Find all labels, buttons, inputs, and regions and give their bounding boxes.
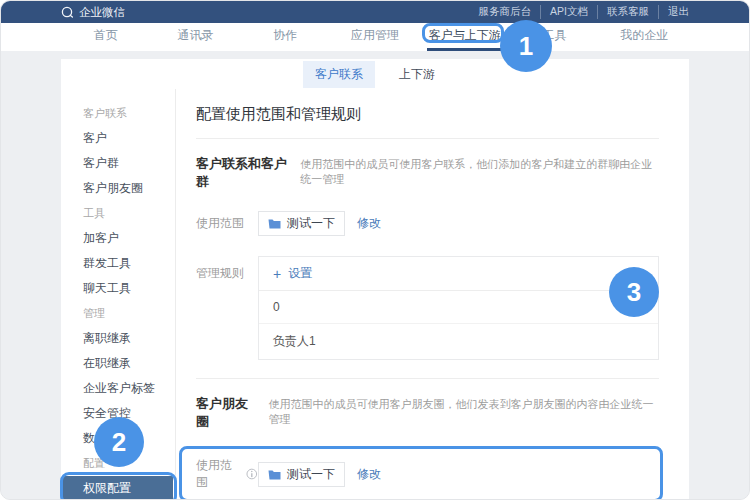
enterprise-wechat-admin-page: 企业微信 服务商后台 API文档 联系客服 退出 首页 通讯录 协作 应用管理 … [0,0,750,500]
folder-icon [268,218,281,229]
rule-row[interactable]: 负责人1 [259,324,658,359]
sidebar-group-tools: 工具 [61,201,175,226]
sidebar-item-resignation-inheritance[interactable]: 离职继承 [61,326,175,351]
nav-tab-my-enterprise[interactable]: 我的企业 [599,23,689,51]
topbar-links: 服务商后台 API文档 联系客服 退出 [479,5,689,19]
nav-tab-label: 我的企业 [617,23,671,51]
rule-row-value: 0 [273,300,280,314]
nav-tab-app-management[interactable]: 应用管理 [330,23,420,51]
subtab-bar: 客户联系 上下游 [61,59,689,89]
nav-tab-contacts[interactable]: 通讯录 [151,23,241,51]
nav-tab-label: 应用管理 [348,23,402,51]
scope-label: 使用范围 [196,215,258,232]
nav-tab-collaboration[interactable]: 协作 [240,23,330,51]
content-card: 客户联系 上下游 客户联系 客户 客户群 客户朋友圈 工具 加客户 群发工具 聊… [61,59,689,499]
scope-row-highlighted: 使用范围 测试一下 [196,457,659,491]
modify-link[interactable]: 修改 [357,466,381,483]
scope-department-tag[interactable]: 测试一下 [258,211,345,236]
info-icon[interactable] [246,468,258,480]
nav-tab-label: 客户与上下游 [426,23,504,51]
toplink-logout[interactable]: 退出 [658,5,689,19]
topbar: 企业微信 服务商后台 API文档 联系客服 退出 [1,1,749,23]
app-title: 企业微信 [79,5,125,20]
sidebar-item-label: 权限配置 [83,481,131,495]
modify-link[interactable]: 修改 [357,215,381,232]
sidebar-item-customer[interactable]: 客户 [61,126,175,151]
sidebar-item-group-message-tool[interactable]: 群发工具 [61,251,175,276]
sidebar-item-permission-config[interactable]: 权限配置 [63,476,173,500]
rule-row[interactable]: 0 [259,291,658,324]
subtab-upstream-downstream[interactable]: 上下游 [387,61,447,88]
sidebar-item-customer-moments[interactable]: 客户朋友圈 [61,176,175,201]
add-rule-label: 设置 [288,265,312,282]
toplink-api-docs[interactable]: API文档 [540,5,588,19]
rule-row-value: 负责人1 [273,333,316,350]
folder-icon [268,469,281,480]
sidebar-group-management: 管理 [61,301,175,326]
scope-tag-label: 测试一下 [287,466,335,483]
section-customer-moments: 客户朋友圈 使用范围中的成员可使用客户朋友圈，他们发表到客户朋友圈的内容由企业统… [196,395,659,500]
subtab-customer-contact[interactable]: 客户联系 [303,61,375,88]
main-nav: 首页 通讯录 协作 应用管理 客户与上下游 工具 我的企业 [1,23,749,51]
toplink-contact-support[interactable]: 联系客服 [597,5,649,19]
nav-tab-label: 协作 [270,23,300,51]
section-divider [196,378,659,379]
scope-tag-label: 测试一下 [287,215,335,232]
rules-box: + 设置 0 负责人1 [258,256,659,360]
sidebar-item-customer-group[interactable]: 客户群 [61,151,175,176]
nav-tab-customer-updownstream[interactable]: 客户与上下游 [420,23,510,51]
wechat-work-logo-icon [61,6,74,19]
section-description: 使用范围中的成员可使用客户联系，他们添加的客户和建立的群聊由企业统一管理 [300,157,659,187]
page-title: 配置使用范围和管理规则 [196,105,659,139]
section-description: 使用范围中的成员可使用客户朋友圈，他们发表到客户朋友圈的内容由企业统一管理 [268,397,659,427]
sidebar-item-chat-tool[interactable]: 聊天工具 [61,276,175,301]
section-heading: 客户联系和客户群 [196,155,290,191]
nav-tab-home[interactable]: 首页 [61,23,151,51]
annotation-step-circle-2: 2 [94,417,144,467]
annotation-step-circle-1: 1 [500,20,552,72]
scope-label-text: 使用范围 [196,457,242,491]
add-rule-button[interactable]: + 设置 [259,257,658,291]
section-heading: 客户朋友圈 [196,395,258,431]
app-logo[interactable]: 企业微信 [61,5,125,20]
annotation-step-circle-3: 3 [609,267,659,317]
sidebar-item-enterprise-customer-tags[interactable]: 企业客户标签 [61,376,175,401]
sidebar-item-add-customer[interactable]: 加客户 [61,226,175,251]
section-customer-contact-and-groups: 客户联系和客户群 使用范围中的成员可使用客户联系，他们添加的客户和建立的群聊由企… [196,155,659,379]
plus-icon: + [273,267,281,281]
sidebar-group-customer-contact: 客户联系 [61,101,175,126]
scope-department-tag[interactable]: 测试一下 [258,462,345,487]
rules-label: 管理规则 [196,265,258,282]
scope-row: 使用范围 测试一下 修改 [196,211,659,236]
nav-tab-label: 首页 [91,23,121,51]
scope-label: 使用范围 [196,457,258,491]
rules-row-group: 管理规则 + 设置 0 负责人1 [196,256,659,360]
sidebar-item-onjob-inheritance[interactable]: 在职继承 [61,351,175,376]
nav-tab-label: 通讯录 [175,23,217,51]
toplink-service-provider[interactable]: 服务商后台 [479,5,532,19]
